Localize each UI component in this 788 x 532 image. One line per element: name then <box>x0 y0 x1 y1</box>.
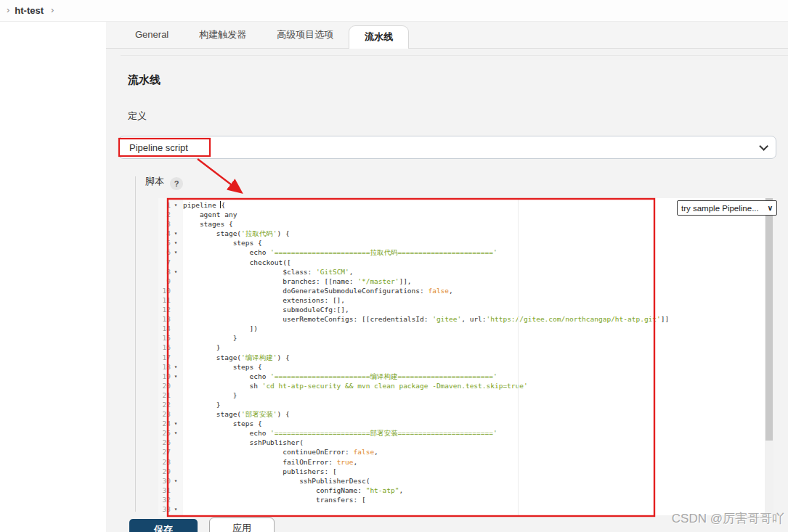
code-line[interactable]: sshPublisher( <box>183 438 765 447</box>
line-number[interactable]: 25▾ <box>158 428 183 438</box>
code-line[interactable]: steps { <box>183 362 765 372</box>
editor-code-area[interactable]: pipeline { agent any stages { stage('拉取代… <box>183 198 765 515</box>
line-number[interactable]: 19▾ <box>158 372 183 381</box>
code-line[interactable]: continueOnError: false, <box>183 447 765 457</box>
code-line[interactable]: } <box>183 333 765 343</box>
code-line[interactable]: stage('拉取代码') { <box>183 229 765 238</box>
code-line[interactable]: stage('部署安装') { <box>183 409 765 419</box>
fold-arrow-icon[interactable]: ▾ <box>171 372 181 381</box>
definition-select[interactable]: Pipeline script <box>118 136 776 159</box>
line-number[interactable]: 3 <box>158 219 183 229</box>
fold-arrow-placeholder <box>171 258 181 267</box>
line-number[interactable]: 1▾ <box>158 200 183 210</box>
tab-bar: General 构建触发器 高级项目选项 流水线 <box>106 22 788 49</box>
fold-arrow-icon[interactable]: ▾ <box>171 504 181 514</box>
editor-scrollbar-thumb[interactable] <box>765 198 773 441</box>
sample-pipeline-select[interactable]: try sample Pipeline... ∨ <box>677 200 777 216</box>
line-number[interactable]: 33▾ <box>158 504 183 514</box>
code-line[interactable]: checkout([ <box>183 258 765 267</box>
fold-arrow-placeholder <box>171 400 181 409</box>
line-number[interactable]: 22 <box>158 400 183 409</box>
tab-general[interactable]: General <box>120 22 184 48</box>
code-line[interactable]: publishers: [ <box>183 467 765 476</box>
line-number[interactable]: 28 <box>158 457 183 467</box>
definition-select-value: Pipeline script <box>129 142 188 153</box>
line-number[interactable]: 8▾ <box>158 267 183 277</box>
code-line[interactable]: } <box>183 343 765 352</box>
line-number[interactable]: 2 <box>158 210 183 219</box>
line-number[interactable]: 10 <box>158 286 183 295</box>
line-number[interactable]: 5▾ <box>158 238 183 247</box>
line-number[interactable]: 31 <box>158 486 183 495</box>
code-line[interactable]: } <box>183 390 765 400</box>
tab-advanced-project-options[interactable]: 高级项目选项 <box>261 22 349 48</box>
line-number[interactable]: 15 <box>158 333 183 343</box>
line-number[interactable]: 24▾ <box>158 419 183 428</box>
fold-arrow-icon[interactable]: ▾ <box>171 247 181 257</box>
code-line[interactable]: doGenerateSubmoduleConfigurations: false… <box>183 286 765 295</box>
line-number[interactable]: 18▾ <box>158 362 183 372</box>
code-line[interactable]: stages { <box>183 219 765 229</box>
line-number[interactable]: 11 <box>158 295 183 305</box>
line-number[interactable]: 17 <box>158 353 183 362</box>
code-line[interactable]: sshPublisherDesc( <box>183 476 765 486</box>
code-line[interactable]: userRemoteConfigs: [[credentialsId: 'git… <box>183 314 765 324</box>
line-number[interactable]: 23 <box>158 409 183 419</box>
code-line[interactable]: } <box>183 400 765 409</box>
line-number[interactable]: 21 <box>158 390 183 400</box>
line-number[interactable]: 13 <box>158 314 183 324</box>
fold-arrow-placeholder <box>171 286 181 295</box>
fold-arrow-icon[interactable]: ▾ <box>171 200 181 210</box>
fold-arrow-icon[interactable]: ▾ <box>171 229 181 238</box>
code-line[interactable]: submoduleCfg:[], <box>183 305 765 314</box>
fold-arrow-placeholder <box>171 381 181 390</box>
code-line[interactable]: transfers: [ <box>183 495 765 504</box>
line-number[interactable]: 26 <box>158 438 183 447</box>
fold-arrow-icon[interactable]: ▾ <box>171 267 181 277</box>
line-number[interactable]: 14 <box>158 324 183 333</box>
code-line[interactable]: echo '=======================部署安装=======… <box>183 428 765 438</box>
code-line[interactable]: sh 'cd ht-atp-security && mvn clean pack… <box>183 381 765 390</box>
line-number[interactable]: 29 <box>158 467 183 476</box>
sample-pipeline-select-value: try sample Pipeline... <box>681 204 759 213</box>
code-line[interactable]: $class: 'GitSCM', <box>183 267 765 277</box>
code-line[interactable]: configName: "ht-atp", <box>183 486 765 495</box>
save-button[interactable]: 保存 <box>129 519 198 532</box>
fold-arrow-icon[interactable]: ▾ <box>171 476 181 486</box>
tab-build-triggers[interactable]: 构建触发器 <box>184 22 261 48</box>
page-title: 流水线 <box>128 73 161 87</box>
apply-button[interactable]: 应用 <box>209 517 275 532</box>
fold-arrow-icon[interactable]: ▾ <box>171 419 181 428</box>
line-number[interactable]: 16 <box>158 343 183 352</box>
line-number[interactable]: 6▾ <box>158 247 183 257</box>
pipeline-script-editor[interactable]: 1▾234▾5▾6▾78▾9101112131415161718▾19▾2021… <box>158 198 773 515</box>
fold-arrow-icon[interactable]: ▾ <box>171 428 181 438</box>
line-number[interactable]: 20 <box>158 381 183 390</box>
code-line[interactable]: failOnError: true, <box>183 457 765 467</box>
fold-arrow-icon[interactable]: ▾ <box>171 362 181 372</box>
line-number[interactable]: 7 <box>158 258 183 267</box>
fold-arrow-icon[interactable]: ▾ <box>171 238 181 247</box>
fold-arrow-placeholder <box>171 314 181 324</box>
breadcrumb-item-ht-test[interactable]: ht-test <box>15 5 44 16</box>
code-line[interactable]: echo '=======================编译构建=======… <box>183 372 765 381</box>
code-line[interactable]: extensions: [], <box>183 295 765 305</box>
code-line[interactable]: echo '=======================拉取代码=======… <box>183 247 765 257</box>
code-line[interactable]: branches: [[name: '*/master']], <box>183 277 765 286</box>
help-icon[interactable]: ? <box>170 177 183 190</box>
code-line[interactable]: steps { <box>183 419 765 428</box>
line-number[interactable]: 9 <box>158 277 183 286</box>
tab-pipeline[interactable]: 流水线 <box>349 25 409 49</box>
editor-scrollbar[interactable] <box>765 198 773 515</box>
fold-arrow-placeholder <box>171 324 181 333</box>
code-line[interactable]: ]) <box>183 324 765 333</box>
fold-arrow-placeholder <box>171 438 181 447</box>
fold-arrow-placeholder <box>171 210 181 219</box>
line-number[interactable]: 12 <box>158 305 183 314</box>
line-number[interactable]: 27 <box>158 447 183 457</box>
line-number[interactable]: 32 <box>158 495 183 504</box>
line-number[interactable]: 4▾ <box>158 229 183 238</box>
code-line[interactable]: stage('编译构建') { <box>183 353 765 362</box>
code-line[interactable]: steps { <box>183 238 765 247</box>
line-number[interactable]: 30▾ <box>158 476 183 486</box>
